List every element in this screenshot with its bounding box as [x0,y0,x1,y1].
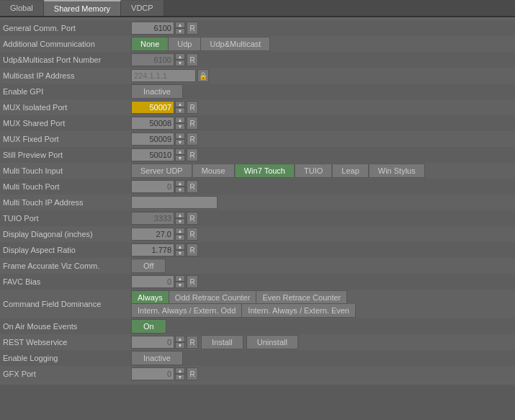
mux-isolated-up[interactable]: ▲ [175,101,185,107]
display-diagonal-control[interactable]: ▲ ▼ R [131,228,198,241]
tuio-port-input[interactable] [131,212,174,225]
on-air-mouse-toggle[interactable]: On [131,319,166,334]
display-aspect-reset[interactable]: R [187,243,198,256]
display-aspect-control[interactable]: ▲ ▼ R [131,243,198,256]
tab-global[interactable]: Global [0,0,44,16]
mux-fixed-reset[interactable]: R [187,133,198,146]
rest-webservice-control[interactable]: ▲ ▼ R [131,336,198,349]
favc-bias-control[interactable]: ▲ ▼ R [131,275,198,288]
mt-mouse[interactable]: Mouse [193,164,235,178]
mux-fixed-down[interactable]: ▼ [175,139,185,146]
additional-comm-none[interactable]: None [131,37,169,51]
tuio-port-arrows[interactable]: ▲ ▼ [175,212,185,225]
mux-shared-up[interactable]: ▲ [175,117,185,123]
cfd-always[interactable]: Always [131,290,169,304]
tuio-port-down[interactable]: ▼ [175,218,185,225]
mux-fixed-control[interactable]: ▲ ▼ R [131,133,198,146]
still-preview-input[interactable] [131,148,174,161]
multi-touch-port-up[interactable]: ▲ [175,180,185,187]
additional-comm-udp-multicast[interactable]: Udp&Multicast [201,37,270,51]
rest-webservice-down[interactable]: ▼ [175,342,185,349]
gfx-port-reset[interactable]: R [187,367,198,380]
still-preview-up[interactable]: ▲ [175,148,185,155]
tab-vdcp[interactable]: VDCP [121,0,164,16]
cfd-even-retrace[interactable]: Even Retrace Counter [256,290,347,304]
enable-logging-toggle[interactable]: Inactive [131,351,183,365]
rest-webservice-input[interactable] [131,336,174,349]
mux-isolated-down[interactable]: ▼ [175,107,185,114]
display-aspect-down[interactable]: ▼ [175,250,185,256]
still-preview-reset[interactable]: R [187,148,198,161]
udp-port-up[interactable]: ▲ [175,53,185,60]
tuio-port-up[interactable]: ▲ [175,212,185,218]
display-diagonal-input[interactable] [131,228,174,241]
rest-uninstall-button[interactable]: Uninstall [246,335,298,349]
display-diagonal-up[interactable]: ▲ [175,228,185,234]
still-preview-arrows[interactable]: ▲ ▼ [175,148,185,161]
multicast-ip-lock[interactable]: 🔒 [197,69,209,82]
tuio-port-control[interactable]: ▲ ▼ R [131,212,198,225]
tab-shared-memory[interactable]: Shared Memory [44,0,121,16]
enable-gpi-toggle[interactable]: Inactive [131,84,183,99]
mux-shared-reset[interactable]: R [187,117,198,130]
display-aspect-up[interactable]: ▲ [175,243,185,250]
additional-comm-udp[interactable]: Udp [169,37,201,51]
general-comm-port-arrows[interactable]: ▲ ▼ [175,22,185,35]
gfx-port-arrows[interactable]: ▲ ▼ [175,367,185,380]
cfd-intern-odd[interactable]: Intern. Always / Extern. Odd [131,304,242,318]
mux-shared-control[interactable]: ▲ ▼ R [131,117,198,130]
udp-port-reset[interactable]: R [187,53,198,66]
mt-tuio[interactable]: TUIO [295,164,332,178]
mux-isolated-reset[interactable]: R [187,101,198,114]
general-comm-port-down[interactable]: ▼ [175,28,185,35]
multi-touch-port-arrows[interactable]: ▲ ▼ [175,180,185,193]
general-comm-port-input[interactable] [131,22,174,35]
udp-port-down[interactable]: ▼ [175,60,185,66]
mt-server-udp[interactable]: Server UDP [131,164,192,178]
udp-port-arrows[interactable]: ▲ ▼ [175,53,185,66]
additional-comm-buttons[interactable]: None Udp Udp&Multicast [131,37,270,51]
favc-bias-reset[interactable]: R [187,275,198,288]
mux-fixed-input[interactable] [131,133,174,146]
rest-webservice-arrows[interactable]: ▲ ▼ [175,336,185,349]
general-comm-port-reset[interactable]: R [187,22,198,35]
display-aspect-input[interactable] [131,243,174,256]
mux-fixed-up[interactable]: ▲ [175,133,185,139]
still-preview-control[interactable]: ▲ ▼ R [131,148,198,161]
mux-isolated-control[interactable]: ▲ ▼ R [131,101,198,114]
general-comm-port-up[interactable]: ▲ [175,22,185,28]
udp-port-input[interactable] [131,53,174,66]
mux-isolated-input[interactable] [131,101,174,114]
mux-isolated-arrows[interactable]: ▲ ▼ [175,101,185,114]
mux-fixed-arrows[interactable]: ▲ ▼ [175,133,185,146]
cfd-odd-retrace[interactable]: Odd Retrace Counter [169,290,257,304]
multi-touch-ip-input[interactable] [131,196,218,209]
favc-bias-up[interactable]: ▲ [175,275,185,282]
multi-touch-port-down[interactable]: ▼ [175,187,185,193]
still-preview-down[interactable]: ▼ [175,155,185,161]
gfx-port-control[interactable]: ▲ ▼ R [131,367,198,380]
mt-win-stylus[interactable]: Win Stylus [370,164,425,178]
rest-install-button[interactable]: Install [201,335,243,349]
mt-win7-touch[interactable]: Win7 Touch [236,164,295,178]
multi-touch-input-buttons[interactable]: Server UDP Mouse Win7 Touch TUIO Leap Wi… [131,164,425,178]
gfx-port-down[interactable]: ▼ [175,374,185,380]
display-diagonal-arrows[interactable]: ▲ ▼ [175,228,185,241]
multi-touch-port-input[interactable] [131,180,174,193]
rest-webservice-up[interactable]: ▲ [175,336,185,342]
udp-port-control[interactable]: ▲ ▼ R [131,53,198,66]
gfx-port-input[interactable] [131,367,174,380]
mux-shared-input[interactable] [131,117,174,130]
cfd-intern-even[interactable]: Intern. Always / Extern. Even [242,304,356,318]
favc-bias-down[interactable]: ▼ [175,282,185,288]
display-aspect-arrows[interactable]: ▲ ▼ [175,243,185,256]
favc-bias-input[interactable] [131,275,174,288]
gfx-port-up[interactable]: ▲ [175,367,185,374]
multi-touch-port-reset[interactable]: R [187,180,198,193]
mt-leap[interactable]: Leap [333,164,368,178]
favc-bias-arrows[interactable]: ▲ ▼ [175,275,185,288]
frame-accurate-toggle[interactable]: Off [131,259,166,273]
mux-shared-arrows[interactable]: ▲ ▼ [175,117,185,130]
general-comm-port-control[interactable]: ▲ ▼ R [131,22,198,35]
display-diagonal-down[interactable]: ▼ [175,234,185,241]
